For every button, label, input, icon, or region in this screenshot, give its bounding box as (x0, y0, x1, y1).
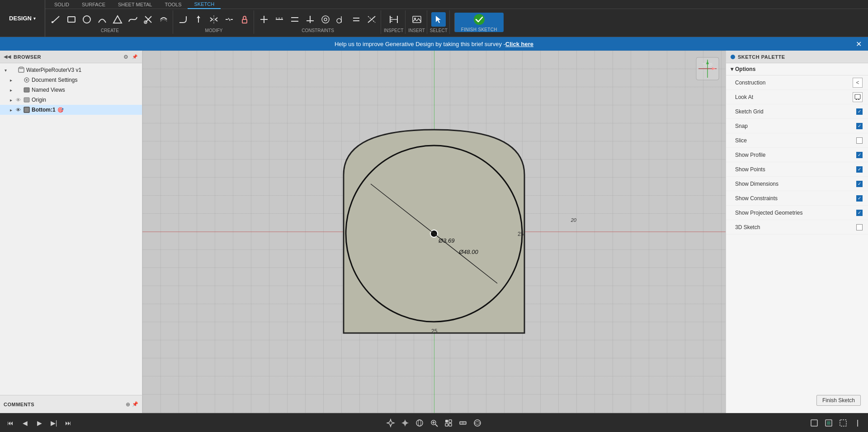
insert-image-tool[interactable] (410, 12, 424, 27)
bottom-right-controls: | (808, 417, 863, 429)
construction-icon-button[interactable]: < (853, 78, 863, 88)
orbit-tool[interactable] (414, 417, 425, 429)
tree-arrow-doc-settings[interactable]: ▸ (7, 76, 14, 84)
tree-item-named-views[interactable]: ▸ 👁 Named Views (0, 85, 142, 95)
sidebar-pin-icon[interactable]: 📌 (131, 53, 138, 61)
fix-constraint[interactable] (364, 12, 379, 27)
first-frame-button[interactable]: ⏮ (5, 417, 16, 429)
tab-sheet-metal[interactable]: SHEET METAL (112, 0, 158, 9)
tree-item-root[interactable]: ▾ 👁 WaterPipeRouterV3 v1 (0, 65, 142, 75)
tree-arrow-root[interactable]: ▾ (2, 66, 9, 74)
palette-title: SKETCH PALETTE (738, 54, 785, 60)
tree-label-bottom: Bottom:1 (32, 107, 56, 113)
show-constraints-checkbox[interactable] (856, 195, 863, 202)
viz-options-button[interactable] (472, 417, 483, 429)
collinear-constraint[interactable] (272, 12, 287, 27)
circle-constraint[interactable] (318, 12, 333, 27)
svg-rect-47 (24, 98, 29, 102)
slice-checkbox[interactable] (856, 137, 863, 144)
modify-label[interactable]: MODIFY (205, 28, 223, 33)
svg-text:Ø3.69: Ø3.69 (438, 237, 454, 244)
top-view-indicator[interactable]: TOP (694, 55, 721, 82)
perpendicular-constraint[interactable] (303, 12, 317, 27)
insert-label[interactable]: INSERT (408, 28, 425, 33)
display-mode-button[interactable] (457, 417, 469, 429)
circle-tool[interactable] (80, 12, 94, 27)
tab-surface[interactable]: SURFACE (75, 0, 112, 9)
lock-tool[interactable] (237, 12, 252, 27)
main-canvas[interactable]: Ø3.69 Ø48.00 25 25 20 TOP (142, 51, 726, 413)
constraints-label[interactable]: CONSTRAINTS (302, 28, 334, 33)
play-button[interactable]: ▶ (33, 417, 45, 429)
select-mode-button[interactable] (808, 417, 820, 429)
trim-tool[interactable] (141, 12, 156, 27)
tab-tools[interactable]: TOOLS (158, 0, 188, 9)
pan-tool[interactable] (399, 417, 411, 429)
show-projected-checkbox[interactable] (856, 210, 863, 216)
next-frame-button[interactable]: ▶| (48, 417, 60, 429)
show-points-checkbox[interactable] (856, 166, 863, 173)
tree-eye-bottom[interactable]: 👁 (14, 106, 22, 113)
snap-checkbox[interactable] (856, 123, 863, 129)
tree-item-origin[interactable]: ▸ 👁 Origin (0, 95, 142, 105)
comments-pin-icon[interactable]: 📌 (132, 401, 138, 408)
cursor-mode-button[interactable]: | (852, 417, 863, 429)
options-section-header[interactable]: ▾ Options (726, 63, 868, 75)
sidebar-settings-icon[interactable]: ⚙ (122, 53, 129, 61)
select-label[interactable]: SELECT (430, 28, 448, 33)
break-tool[interactable] (222, 12, 236, 27)
last-frame-button[interactable]: ⏭ (62, 417, 74, 429)
sketch-grid-checkbox[interactable] (856, 108, 863, 115)
show-profile-checkbox[interactable] (856, 152, 863, 158)
view-menu-button[interactable] (443, 417, 454, 429)
parallel-constraint[interactable] (288, 12, 302, 27)
3d-sketch-checkbox[interactable] (856, 224, 863, 230)
tree-eye-origin[interactable]: 👁 (14, 96, 22, 103)
measure-tool[interactable] (387, 12, 401, 27)
zoom-tool[interactable] (428, 417, 440, 429)
tree-item-bottom[interactable]: ▸ 👁 Bottom:1 🎯 (0, 105, 142, 115)
tab-sketch[interactable]: SKETCH (188, 0, 221, 9)
bottom-target-icon: 🎯 (57, 107, 64, 113)
palette-row-show-dimensions: Show Dimensions (726, 177, 868, 191)
offset-tool[interactable] (156, 12, 171, 27)
tab-solid[interactable]: SOLID (48, 0, 75, 9)
mirror-tool[interactable] (207, 12, 221, 27)
select-mode2-button[interactable] (823, 417, 835, 429)
svg-point-45 (26, 79, 28, 81)
create-label[interactable]: CREATE (101, 28, 119, 33)
navigate-tool[interactable] (385, 417, 396, 429)
inspect-label[interactable]: INSPECT (384, 28, 403, 33)
fillet-tool[interactable] (176, 12, 190, 27)
arc-tool[interactable] (95, 12, 109, 27)
dim-right: 20 (571, 217, 576, 223)
comments-expand-icon[interactable]: ⊕ (126, 401, 130, 408)
3d-sketch-label: 3D Sketch (735, 224, 760, 230)
svg-text:25: 25 (431, 328, 438, 334)
design-menu-button[interactable]: DESIGN ▾ (0, 0, 45, 37)
palette-row-show-projected: Show Projected Geometries (726, 206, 868, 220)
tangent-constraint[interactable] (334, 12, 348, 27)
line-tool[interactable] (49, 12, 63, 27)
tree-arrow-bottom[interactable]: ▸ (7, 106, 14, 113)
sidebar-collapse-icon[interactable]: ◀◀ (4, 54, 11, 60)
tree-arrow-origin[interactable]: ▸ (7, 96, 14, 103)
rect-tool[interactable] (64, 12, 79, 27)
svg-point-25 (322, 16, 329, 23)
extend-tool[interactable] (191, 12, 206, 27)
equal-constraint[interactable] (349, 12, 363, 27)
coincident-constraint[interactable] (257, 12, 271, 27)
finish-sketch-button[interactable]: FINISH SKETCH (454, 13, 504, 32)
prev-frame-button[interactable]: ◀ (19, 417, 31, 429)
show-dimensions-checkbox[interactable] (856, 181, 863, 187)
notification-link[interactable]: Click here (505, 41, 533, 47)
spline-tool[interactable] (126, 12, 140, 27)
select-tool[interactable] (431, 12, 446, 27)
triangle-tool[interactable] (110, 12, 125, 27)
tree-item-doc-settings[interactable]: ▸ 👁 Document Settings (0, 75, 142, 85)
look-at-icon-button[interactable] (853, 92, 863, 102)
tree-arrow-named-views[interactable]: ▸ (7, 86, 14, 94)
select-mode3-button[interactable] (837, 417, 849, 429)
notification-close-button[interactable]: ✕ (856, 40, 862, 48)
finish-sketch-palette-button[interactable]: Finish Sketch (816, 395, 861, 406)
